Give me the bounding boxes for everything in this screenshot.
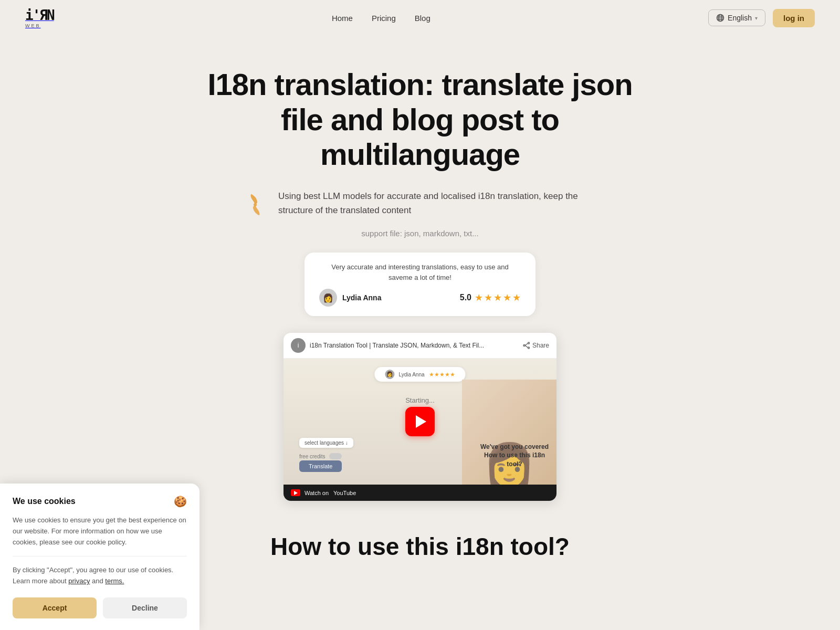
svg-point-5 <box>254 203 257 206</box>
video-caption: We've got you covered How to use this i1… <box>478 443 551 469</box>
youtube-icon <box>291 489 300 496</box>
video-lang-selector: select languages ↓ <box>299 438 353 448</box>
cookie-banner: We use cookies 🍪 We use cookies to ensur… <box>0 484 200 630</box>
nav-pricing[interactable]: Pricing <box>372 14 396 23</box>
cookie-title: We use cookies <box>13 497 76 506</box>
video-credits: free credits <box>299 453 342 459</box>
nav-links: Home Pricing Blog <box>332 14 430 23</box>
rating-score: 5.0 <box>460 293 471 302</box>
language-selector[interactable]: English ▾ <box>708 9 765 26</box>
logo[interactable]: i'ЯN WEB <box>25 7 54 28</box>
star-3: ★ <box>494 292 502 303</box>
login-button[interactable]: log in <box>773 9 815 27</box>
youtube-logo <box>291 489 300 496</box>
caption-line2: How to use this i18n tool? <box>478 451 551 469</box>
lang-label: English <box>728 14 752 22</box>
video-translate-btn: Translate <box>299 460 342 472</box>
star-1: ★ <box>475 292 483 303</box>
video-container: i i18n Translation Tool | Translate JSON… <box>284 333 556 501</box>
video-screenshot-review: 👩 Lydia Anna ★★★★★ <box>374 367 465 382</box>
navbar: i'ЯN WEB Home Pricing Blog English ▾ log… <box>0 0 840 36</box>
and-text: and <box>92 577 105 585</box>
star-5: ★ <box>512 292 521 303</box>
nav-home[interactable]: Home <box>332 14 353 23</box>
globe-icon <box>716 14 724 22</box>
cookie-body2: By clicking "Accept", you agree to our u… <box>13 565 187 587</box>
accept-cookies-button[interactable]: Accept <box>13 597 97 618</box>
svg-line-10 <box>525 345 528 348</box>
logo-sub: WEB <box>25 23 54 28</box>
svg-point-8 <box>528 347 529 349</box>
cookie-icon: 🍪 <box>174 495 187 508</box>
credits-label: free credits <box>299 454 325 459</box>
caption-line1: We've got you covered <box>478 443 551 452</box>
reviewer-avatar: 👩 <box>319 289 337 307</box>
nav-blog[interactable]: Blog <box>415 14 430 23</box>
share-label: Share <box>532 342 549 349</box>
windmill-icon <box>242 191 269 218</box>
youtube-play-button[interactable] <box>405 407 435 436</box>
video-title: i18n Translation Tool | Translate JSON, … <box>310 342 484 349</box>
cookie-body-text: We use cookies to ensure you get the bes… <box>13 515 187 548</box>
reviewer-name: Lydia Anna <box>342 293 381 302</box>
decline-cookies-button[interactable]: Decline <box>103 597 187 618</box>
watch-on-text: Watch on <box>304 490 329 496</box>
video-screenshot: 👩 Lydia Anna ★★★★★ Starting... select la… <box>284 359 556 485</box>
nav-right: English ▾ log in <box>708 9 815 27</box>
hero-description: Using best LLM models for accurate and l… <box>278 189 598 217</box>
svg-point-6 <box>528 342 529 344</box>
hero-support-text: support file: json, markdown, txt... <box>21 229 819 238</box>
review-rating: 5.0 ★ ★ ★ ★ ★ <box>460 292 521 303</box>
video-footer[interactable]: Watch on YouTube <box>284 485 556 501</box>
video-starting-text: Starting... <box>405 396 435 404</box>
chevron-down-icon: ▾ <box>755 15 758 21</box>
review-card: Very accurate and interesting translatio… <box>304 253 536 316</box>
share-icon <box>523 342 530 349</box>
cookie-divider <box>13 556 187 556</box>
watch-on-label: Watch on YouTube <box>304 490 356 496</box>
hero-title: I18n translation: translate json file an… <box>184 67 656 172</box>
privacy-link[interactable]: privacy <box>68 577 90 585</box>
channel-icon: i <box>291 338 306 353</box>
star-rating: ★ ★ ★ ★ ★ <box>475 292 521 303</box>
star-4: ★ <box>503 292 511 303</box>
svg-point-7 <box>523 345 525 346</box>
credits-toggle <box>329 453 342 459</box>
review-user: 👩 Lydia Anna <box>319 289 381 307</box>
video-header: i i18n Translation Tool | Translate JSON… <box>284 333 556 359</box>
star-2: ★ <box>484 292 492 303</box>
svg-line-9 <box>525 343 528 345</box>
youtube-text: YouTube <box>333 490 356 496</box>
logo-symbol: i'ЯN <box>25 7 54 23</box>
share-button[interactable]: Share <box>523 342 549 349</box>
review-text: Very accurate and interesting translatio… <box>319 262 521 282</box>
cookie-buttons: Accept Decline <box>13 597 187 618</box>
video-header-left: i i18n Translation Tool | Translate JSON… <box>291 338 484 353</box>
terms-link[interactable]: terms. <box>105 577 124 585</box>
girl-illustration: 👩 <box>462 380 556 485</box>
cookie-title-row: We use cookies 🍪 <box>13 495 187 508</box>
hero-desc-row: Using best LLM models for accurate and l… <box>242 189 598 218</box>
